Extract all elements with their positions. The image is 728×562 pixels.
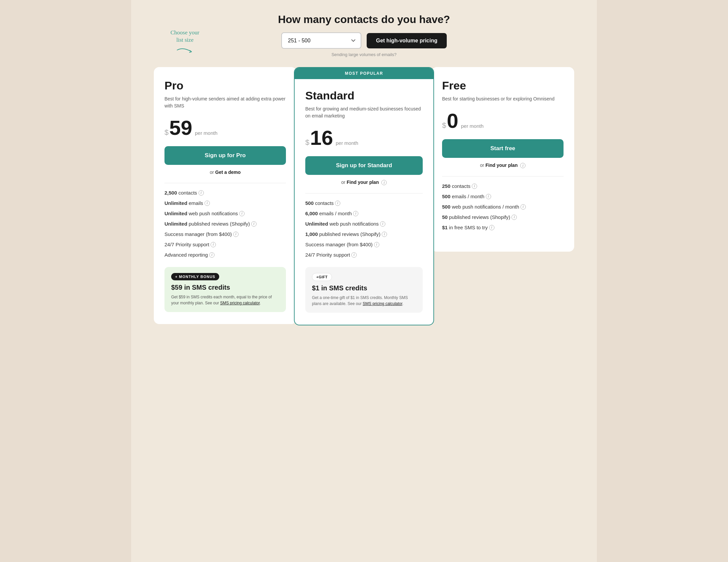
info-icon[interactable]: i: [511, 215, 517, 220]
standard-gift-box: +GIFT $1 in SMS credits Get a one-time g…: [305, 267, 423, 313]
standard-feature-2: 6,000 emails / month i: [305, 211, 423, 216]
standard-feature-5: Success manager (from $400) i: [305, 242, 423, 247]
standard-plan-desc: Best for growing and medium-sized busine…: [305, 105, 423, 119]
pro-sms-calculator-link[interactable]: SMS pricing calculator: [220, 301, 260, 305]
standard-find-plan-link[interactable]: Find your plan: [347, 180, 379, 185]
free-feature-3: 500 web push notifications / month i: [442, 204, 564, 210]
pro-feature-list: 2,500 contacts i Unlimited emails i Unli…: [164, 190, 286, 258]
pro-feature-5: Success manager (from $400) i: [164, 231, 286, 237]
standard-secondary-link: or Find your plan i: [305, 180, 423, 185]
free-plan-name: Free: [442, 79, 564, 92]
plans-grid: Pro Best for high-volume senders aimed a…: [154, 67, 574, 325]
pro-bonus-desc: Get $59 in SMS credits each month, equal…: [171, 294, 279, 306]
standard-gift-amount: $1: [312, 284, 319, 292]
pro-feature-6: 24/7 Priority support i: [164, 242, 286, 247]
plan-card-free: Free Best for starting businesses or for…: [431, 67, 574, 252]
page-wrapper: How many contacts do you have? Choose yo…: [154, 13, 574, 325]
pro-secondary-link: or Get a demo: [164, 170, 286, 175]
info-icon[interactable]: i: [374, 242, 379, 247]
standard-plan-content: Standard Best for growing and medium-siz…: [305, 89, 423, 313]
standard-gift-title: $1 in SMS credits: [312, 284, 416, 292]
standard-gift-badge: +GIFT: [312, 273, 332, 281]
pro-cta-button[interactable]: Sign up for Pro: [164, 146, 286, 165]
standard-price-amount: 16: [310, 127, 333, 148]
standard-divider: [305, 193, 423, 194]
info-icon[interactable]: i: [251, 221, 257, 227]
free-price-amount: 0: [447, 110, 458, 131]
standard-price-dollar: $: [305, 138, 309, 147]
info-icon[interactable]: i: [520, 204, 526, 210]
standard-feature-4: 1,000 published reviews (Shopify) i: [305, 231, 423, 237]
page-title: How many contacts do you have?: [154, 13, 574, 26]
pro-bonus-title: $59 in SMS credits: [171, 284, 279, 291]
pro-bonus-title-text: in SMS credits: [182, 284, 230, 291]
free-feature-list: 250 contacts i 500 emails / month i 500 …: [442, 183, 564, 230]
pro-bonus-badge: + MONTHLY BONUS: [171, 273, 219, 280]
pro-feature-7: Advanced reporting i: [164, 252, 286, 258]
free-price-dollar: $: [442, 121, 446, 130]
high-volume-button[interactable]: Get high-volume pricing: [367, 33, 447, 48]
standard-sms-calculator-link[interactable]: SMS pricing calculator: [363, 301, 402, 306]
info-icon[interactable]: i: [199, 190, 204, 196]
standard-feature-3: Unlimited web push notifications i: [305, 221, 423, 227]
info-icon[interactable]: i: [209, 252, 215, 258]
free-feature-4: 50 published reviews (Shopify) i: [442, 214, 564, 220]
pro-plan-name: Pro: [164, 79, 286, 92]
standard-price-row: $ 16 per month: [305, 127, 423, 148]
plan-card-pro: Pro Best for high-volume senders aimed a…: [154, 67, 297, 324]
free-feature-5: $1 in free SMS to try i: [442, 225, 564, 230]
pro-feature-2: Unlimited emails i: [164, 200, 286, 206]
free-find-plan-link[interactable]: Find your plan: [485, 163, 517, 168]
info-icon[interactable]: i: [472, 184, 477, 189]
choose-label: Choose yourlist size: [170, 29, 199, 55]
info-icon[interactable]: i: [382, 232, 387, 237]
standard-gift-title-text: in SMS credits: [319, 284, 367, 292]
header: How many contacts do you have? Choose yo…: [154, 13, 574, 57]
pro-price-amount: 59: [169, 117, 192, 138]
info-icon[interactable]: i: [211, 242, 216, 247]
standard-gift-desc: Get a one-time gift of $1 in SMS credits…: [312, 295, 416, 307]
standard-feature-1: 500 contacts i: [305, 200, 423, 206]
free-divider: [442, 176, 564, 177]
info-icon[interactable]: i: [351, 252, 357, 258]
pro-feature-4: Unlimited published reviews (Shopify) i: [164, 221, 286, 227]
pro-divider: [164, 183, 286, 183]
info-icon[interactable]: i: [233, 232, 239, 237]
free-cta-button[interactable]: Start free: [442, 139, 564, 158]
info-icon[interactable]: i: [205, 201, 210, 206]
free-price-row: $ 0 per month: [442, 110, 564, 131]
most-popular-badge: MOST POPULAR: [295, 68, 433, 79]
pro-price-dollar: $: [164, 128, 168, 137]
free-price-period: per month: [461, 123, 484, 129]
standard-cta-button[interactable]: Sign up for Standard: [305, 156, 423, 175]
controls-row: Choose yourlist size 1 - 250 251 - 500 5…: [154, 32, 574, 49]
free-secondary-link: or Find your plan i: [442, 163, 564, 168]
standard-feature-6: 24/7 Priority support i: [305, 252, 423, 258]
free-plan-desc: Best for starting businesses or for expl…: [442, 95, 564, 102]
info-icon[interactable]: i: [380, 221, 385, 227]
info-icon[interactable]: i: [486, 194, 491, 199]
plan-card-standard: MOST POPULAR Standard Best for growing a…: [294, 67, 434, 325]
info-icon[interactable]: i: [381, 180, 387, 185]
pro-feature-3: Unlimited web push notifications i: [164, 211, 286, 216]
sending-note: Sending large volumes of emails?: [154, 52, 574, 57]
pro-price-period: per month: [195, 130, 218, 136]
standard-plan-name: Standard: [305, 89, 423, 102]
pro-bonus-box: + MONTHLY BONUS $59 in SMS credits Get $…: [164, 267, 286, 312]
standard-price-period: per month: [336, 140, 358, 146]
contact-select[interactable]: 1 - 250 251 - 500 501 - 1,000 1,001 - 2,…: [281, 32, 361, 49]
free-feature-1: 250 contacts i: [442, 183, 564, 189]
pro-bonus-amount: $59: [171, 284, 182, 291]
info-icon[interactable]: i: [489, 225, 494, 230]
pro-demo-link[interactable]: Get a demo: [215, 170, 241, 175]
standard-feature-list: 500 contacts i 6,000 emails / month i Un…: [305, 200, 423, 258]
info-icon[interactable]: i: [239, 211, 245, 216]
info-icon[interactable]: i: [520, 163, 525, 168]
pro-price-row: $ 59 per month: [164, 117, 286, 138]
pro-feature-1: 2,500 contacts i: [164, 190, 286, 196]
info-icon[interactable]: i: [335, 201, 340, 206]
info-icon[interactable]: i: [353, 211, 358, 216]
free-feature-2: 500 emails / month i: [442, 194, 564, 199]
pro-plan-desc: Best for high-volume senders aimed at ad…: [164, 95, 286, 109]
